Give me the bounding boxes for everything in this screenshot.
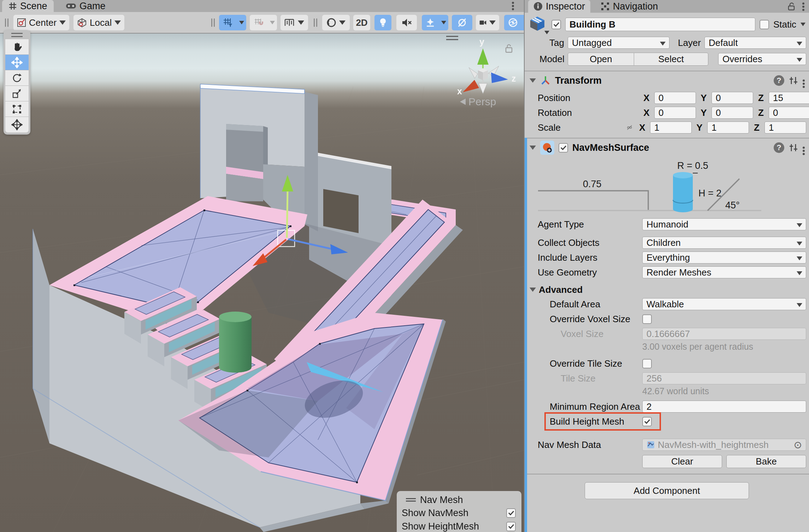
check-icon [560,145,567,150]
help-icon[interactable]: ? [774,142,784,153]
shaded-sphere-icon [326,18,336,28]
component-kebab-icon[interactable] [803,147,805,149]
effects-button[interactable] [422,15,439,30]
build-height-mesh-checkbox[interactable] [642,417,652,426]
gameobject-name-field[interactable]: Building B [565,18,755,31]
2d-toggle-button[interactable]: 2D [353,15,370,30]
orientation-button[interactable]: Local [73,15,124,30]
bake-button[interactable]: Bake [726,455,806,468]
scene-visibility-gizmo-button[interactable] [504,15,522,30]
minimum-region-area-label: Minimum Region Area [550,401,642,412]
object-picker-icon[interactable]: ⊙ [794,439,802,451]
help-icon[interactable]: ? [774,75,784,86]
position-z-field[interactable]: 15 [769,92,809,104]
scale-y-field[interactable]: 1 [707,122,749,134]
foldout-icon[interactable] [530,78,536,83]
navmeshsurface-header[interactable]: NavMeshSurface ? [525,138,809,157]
check-icon [553,22,560,27]
component-kebab-icon[interactable] [803,79,805,82]
info-icon [533,2,543,11]
add-component-button[interactable]: Add Component [585,482,749,499]
draw-mode-button[interactable] [322,15,350,30]
camera-button[interactable] [476,15,499,30]
toolbar-drag-handle[interactable] [211,18,212,27]
rect-tool-button[interactable] [5,101,29,117]
prefab-expand-chevron-icon[interactable] [544,31,549,34]
audio-toggle-button[interactable] [396,15,417,30]
nav-mesh-data-field[interactable]: NavMesh-with_heightmesh ⊙ [642,439,806,451]
navmeshsurface-enabled-checkbox[interactable] [559,143,568,153]
agent-type-dropdown[interactable]: Humanoid [642,218,806,230]
snap-dropdown[interactable] [267,15,277,30]
default-area-label: Default Area [550,299,642,310]
palette-drag-handle-icon[interactable] [11,33,23,37]
hidden-objects-button[interactable] [452,15,472,30]
model-label: Model [539,54,568,65]
grid-dropdown[interactable] [237,15,246,30]
use-geometry-dropdown[interactable]: Render Meshes [642,266,806,278]
advanced-label: Advanced [539,284,583,295]
layer-dropdown[interactable]: Default [704,37,806,49]
scene-menu-kebab-icon[interactable] [512,2,514,4]
static-chevron-icon[interactable] [801,23,805,26]
collect-objects-row: Collect Objects Children [525,236,809,249]
gameobject-active-checkbox[interactable] [551,20,561,29]
position-x-field[interactable]: 0 [654,92,696,104]
override-tile-size-checkbox[interactable] [642,359,652,368]
static-label: Static [773,19,796,30]
override-voxel-size-checkbox[interactable] [642,314,652,324]
collect-objects-dropdown[interactable]: Children [642,237,806,249]
rotation-z-field[interactable]: 0 [769,107,809,119]
show-navmesh-checkbox[interactable] [506,508,516,518]
scale-tool-button[interactable] [5,86,29,101]
scene-3d-viewport[interactable]: y z x Persp [0,34,524,532]
tab-inspector[interactable]: Inspector [528,0,590,13]
scale-x-field[interactable]: 1 [650,122,692,134]
tab-scene[interactable]: Scene [2,0,54,12]
show-heightmesh-checkbox[interactable] [506,522,516,531]
model-select-button[interactable]: Select [634,53,708,66]
rotation-x-field[interactable]: 0 [654,107,696,119]
model-open-button[interactable]: Open [568,53,634,66]
grid-visibility-button[interactable] [219,15,237,30]
advanced-foldout[interactable]: Advanced [525,283,809,296]
rotate-tool-button[interactable] [5,70,29,86]
snap-button[interactable] [250,15,267,30]
position-y-field[interactable]: 0 [711,92,753,104]
override-tile-size-label: Override Tile Size [550,358,642,369]
lighting-toggle-button[interactable] [374,15,391,30]
move-tool-button[interactable] [5,55,29,70]
unlock-icon[interactable] [788,2,795,11]
check-icon [644,419,650,424]
pivot-mode-button[interactable]: Center [13,15,69,30]
presets-icon[interactable] [789,76,798,85]
inspector-menu-kebab-icon[interactable] [802,2,804,5]
static-checkbox[interactable] [760,20,769,29]
transform-header[interactable]: Transform ? [525,71,809,90]
hand-tool-button[interactable] [5,39,29,55]
tab-navigation[interactable]: Navigation [595,0,663,13]
rotation-y-field[interactable]: 0 [711,107,753,119]
include-layers-dropdown[interactable]: Everything [642,252,806,264]
y-axis-arrow[interactable] [287,191,288,238]
scale-z-field[interactable]: 1 [764,122,806,134]
clear-button[interactable]: Clear [642,455,722,468]
constrain-proportions-icon[interactable] [627,123,632,132]
tag-dropdown[interactable]: Untagged [568,37,669,49]
overrides-dropdown[interactable]: Overrides [718,53,806,65]
toolbar-drag-handle[interactable] [5,18,6,27]
transform-tool-button[interactable] [5,117,29,132]
overlay-drag-handle-icon[interactable] [406,498,416,502]
presets-icon[interactable] [789,143,798,153]
projection-label[interactable]: Persp [468,96,496,107]
minimum-region-area-field[interactable]: 2 [642,401,806,413]
hand-icon [12,42,22,52]
transform-icon [11,119,23,130]
increment-snap-button[interactable] [281,15,308,30]
foldout-icon[interactable] [530,146,536,150]
tab-game[interactable]: Game [59,0,112,12]
default-area-dropdown[interactable]: Walkable [642,298,806,310]
move-icon [11,57,23,68]
prefab-icon[interactable] [529,15,547,34]
effects-dropdown[interactable] [439,15,448,30]
